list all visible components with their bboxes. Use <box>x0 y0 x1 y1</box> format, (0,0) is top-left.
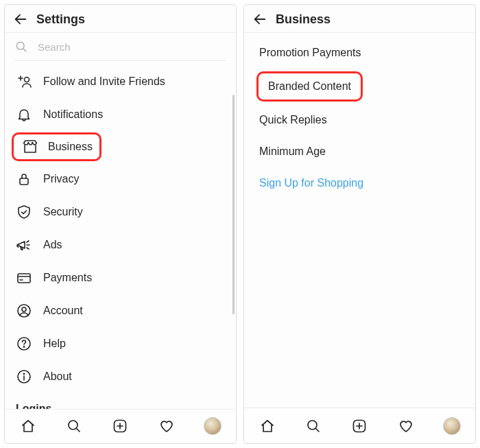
add-user-icon <box>16 73 32 90</box>
menu-notifications[interactable]: Notifications <box>5 98 236 131</box>
item-label: Minimum Age <box>259 145 326 157</box>
header: Settings <box>5 5 236 33</box>
page-title: Settings <box>36 12 85 27</box>
back-arrow-icon[interactable] <box>13 12 28 27</box>
menu-privacy[interactable]: Privacy <box>5 163 236 196</box>
svg-rect-10 <box>18 274 30 283</box>
tab-search-icon[interactable] <box>304 417 322 435</box>
business-menu: Promotion Payments Branded Content Quick… <box>244 33 475 199</box>
menu-label: Notifications <box>43 108 103 121</box>
menu-label: Privacy <box>43 173 79 185</box>
back-arrow-icon[interactable] <box>252 12 267 27</box>
svg-point-5 <box>25 78 29 82</box>
tab-search-icon[interactable] <box>65 417 83 435</box>
svg-rect-6 <box>20 178 28 185</box>
bell-icon <box>16 106 32 123</box>
user-circle-icon <box>16 303 32 319</box>
menu-label: Payments <box>43 272 92 284</box>
tab-home-icon[interactable] <box>19 417 37 435</box>
menu-label: Follow and Invite Friends <box>43 75 165 88</box>
section-logins: Logins <box>5 393 236 409</box>
menu-label: Help <box>43 338 66 350</box>
lock-icon <box>16 171 32 187</box>
search-row[interactable] <box>14 40 226 61</box>
menu-label: Ads <box>43 239 62 251</box>
svg-line-2 <box>23 49 26 51</box>
storefront-icon <box>22 139 38 155</box>
tab-create-icon[interactable] <box>111 417 129 435</box>
item-label: Quick Replies <box>259 114 327 126</box>
svg-line-21 <box>77 429 80 432</box>
tab-activity-icon[interactable] <box>397 417 415 435</box>
info-circle-icon <box>16 368 32 385</box>
menu-payments[interactable]: Payments <box>5 261 236 294</box>
menu-label: Business <box>48 141 93 153</box>
header: Business <box>244 5 475 33</box>
help-circle-icon <box>16 335 32 352</box>
item-label: Sign Up for Shopping <box>259 177 363 189</box>
item-label: Branded Content <box>268 80 351 92</box>
menu-ads[interactable]: Ads <box>5 228 236 261</box>
business-screen: Business Promotion Payments Branded Cont… <box>243 4 476 444</box>
svg-line-9 <box>27 248 29 249</box>
tab-activity-icon[interactable] <box>158 417 176 435</box>
svg-line-27 <box>316 428 320 432</box>
svg-point-18 <box>23 373 24 374</box>
tab-bar <box>5 409 236 443</box>
card-icon <box>16 270 32 286</box>
search-input[interactable] <box>38 41 226 53</box>
megaphone-icon <box>16 237 32 253</box>
svg-point-14 <box>22 307 26 311</box>
tab-home-icon[interactable] <box>259 417 276 435</box>
svg-point-16 <box>23 346 24 347</box>
search-icon <box>14 40 28 54</box>
settings-content: Follow and Invite Friends Notifications … <box>5 33 236 409</box>
business-content: Promotion Payments Branded Content Quick… <box>244 33 475 408</box>
scrollbar[interactable] <box>232 95 235 314</box>
item-quick-replies[interactable]: Quick Replies <box>244 104 475 136</box>
tab-bar <box>244 408 475 443</box>
tab-create-icon[interactable] <box>350 417 368 435</box>
menu-about[interactable]: About <box>5 360 236 393</box>
item-promotion-payments[interactable]: Promotion Payments <box>244 37 475 69</box>
menu-follow-invite[interactable]: Follow and Invite Friends <box>5 65 236 98</box>
menu-label: About <box>43 370 72 383</box>
item-signup-shopping[interactable]: Sign Up for Shopping <box>244 167 475 199</box>
menu-business-highlighted[interactable]: Business <box>5 131 236 163</box>
tab-profile-avatar[interactable] <box>443 417 461 435</box>
settings-menu: Follow and Invite Friends Notifications … <box>5 65 236 393</box>
page-title: Business <box>276 12 331 27</box>
item-label: Promotion Payments <box>259 47 361 58</box>
menu-account[interactable]: Account <box>5 294 236 327</box>
shield-icon <box>16 204 32 220</box>
menu-security[interactable]: Security <box>5 196 236 228</box>
item-branded-content-highlighted[interactable]: Branded Content <box>244 69 475 104</box>
menu-label: Security <box>43 206 83 218</box>
menu-help[interactable]: Help <box>5 327 236 360</box>
svg-line-7 <box>27 241 29 242</box>
menu-label: Account <box>43 305 83 317</box>
tab-profile-avatar[interactable] <box>204 417 221 435</box>
settings-screen: Settings Follow and Invite Friends Notif… <box>4 4 237 444</box>
item-minimum-age[interactable]: Minimum Age <box>244 136 475 167</box>
